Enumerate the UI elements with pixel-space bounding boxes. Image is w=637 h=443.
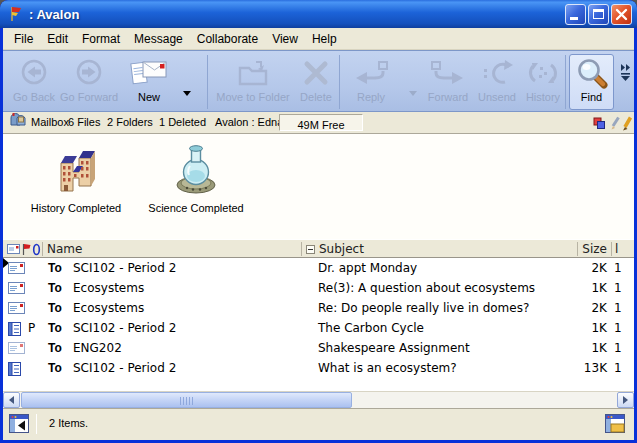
items-count: 2 Items. [49, 409, 88, 438]
message-row[interactable]: To Ecosystems Re(3): A question about ec… [3, 278, 634, 298]
go-forward-icon [73, 55, 105, 91]
find-icon [576, 55, 608, 91]
building-icon [50, 144, 102, 198]
mailbox-info-bar: Mailbox 6 Files 2 Folders 1 Deleted Aval… [3, 112, 634, 134]
message-row[interactable]: P To SCI102 - Period 2 The Carbon Cycle … [3, 318, 634, 338]
history-button[interactable]: History [521, 55, 565, 109]
scroll-right-button[interactable] [617, 392, 634, 408]
menu-bar: File Edit Format Message Collaborate Vie… [3, 28, 634, 50]
new-button[interactable]: New [121, 55, 177, 109]
subject-collapse-icon[interactable] [306, 245, 315, 254]
row-direction: To [48, 318, 62, 338]
row-direction: To [48, 278, 62, 298]
folders-count: 2 Folders [107, 112, 153, 133]
message-row[interactable]: To SCI102 - Period 2 Dr. appt Monday 2K … [3, 258, 634, 278]
reply-button[interactable]: Reply [345, 55, 397, 109]
row-subject: The Carbon Cycle [318, 318, 424, 338]
row-name: ENG202 [73, 338, 122, 358]
flask-icon [172, 144, 220, 198]
column-header-subject[interactable]: Subject [319, 241, 364, 258]
maximize-button[interactable] [588, 4, 609, 25]
row-size: 13K [551, 358, 607, 378]
flag-column-icon[interactable] [21, 243, 31, 256]
row-subject: Re(3): A question about ecosystems [318, 278, 535, 298]
row-direction: To [48, 358, 62, 378]
menu-item-edit[interactable]: Edit [40, 30, 75, 48]
row-date: 1 [614, 318, 622, 338]
titlebar[interactable]: : Avalon [0, 0, 637, 28]
column-header-date[interactable]: l [615, 241, 618, 258]
mailbox-icon [9, 112, 26, 134]
row-size: 1K [551, 318, 607, 338]
message-row[interactable]: To ENG202 Shakespeare Assignment 1K 1 [3, 338, 634, 358]
forward-icon [428, 55, 468, 91]
row-direction: To [48, 338, 62, 358]
delete-button[interactable]: Delete [293, 55, 339, 109]
move-to-folder-button[interactable]: Move to Folder [213, 55, 293, 109]
collapse-panel-icon[interactable] [9, 414, 29, 433]
menu-item-collaborate[interactable]: Collaborate [190, 30, 265, 48]
message-list-header: Name Subject Size l [3, 239, 634, 258]
row-subject: What is an ecosystem? [318, 358, 457, 378]
horizontal-scrollbar[interactable] [3, 391, 634, 408]
column-header-size[interactable]: Size [579, 241, 607, 258]
scroll-left-arrow-icon [9, 396, 14, 404]
scroll-left-button[interactable] [3, 392, 20, 408]
menu-item-format[interactable]: Format [75, 30, 127, 48]
desktop-item-label: History Completed [31, 202, 121, 214]
menu-item-help[interactable]: Help [305, 30, 344, 48]
row-date: 1 [614, 278, 622, 298]
row-date: 1 [614, 358, 622, 378]
row-flag: P [28, 318, 42, 338]
go-back-icon [18, 55, 50, 91]
document-icon [8, 322, 21, 336]
attachment-column-icon[interactable] [32, 243, 41, 256]
move-to-folder-icon [236, 55, 270, 91]
new-dropdown-arrow[interactable] [183, 91, 191, 96]
status-bar: 2 Items. [3, 408, 634, 438]
unsend-button[interactable]: Unsend [473, 55, 521, 109]
go-back-button[interactable]: Go Back [8, 55, 60, 109]
status-separator [36, 414, 37, 434]
row-date: 1 [614, 338, 622, 358]
folder-name: Mailbox [31, 112, 69, 133]
menu-item-file[interactable]: File [7, 30, 40, 48]
row-name: SCI102 - Period 2 [73, 318, 176, 338]
go-forward-button[interactable]: Go Forward [60, 55, 118, 109]
reply-icon [351, 55, 391, 91]
minimize-button[interactable] [565, 4, 586, 25]
desktop-item-science-completed[interactable]: Science Completed [134, 144, 258, 214]
menu-item-view[interactable]: View [265, 30, 305, 48]
scrollbar-thumb[interactable] [21, 392, 352, 408]
message-row[interactable]: To SCI102 - Period 2 What is an ecosyste… [3, 358, 634, 378]
chevron-expand-icon [620, 55, 632, 91]
row-direction: To [48, 298, 62, 318]
message-type-column-icon[interactable] [7, 244, 20, 254]
message-icon [8, 302, 25, 314]
message-icon [8, 342, 25, 354]
deleted-count: 1 Deleted [159, 112, 206, 133]
split-view-icon[interactable] [605, 414, 625, 433]
column-header-name[interactable]: Name [47, 241, 82, 258]
toolbar-overflow-chevron[interactable] [618, 55, 634, 109]
app-flag-icon [7, 5, 25, 23]
row-size: 2K [551, 258, 607, 278]
row-subject: Dr. appt Monday [318, 258, 417, 278]
unsend-icon [481, 55, 513, 91]
row-name: Ecosystems [73, 298, 144, 318]
desktop-item-label: Science Completed [148, 202, 243, 214]
row-subject: Re: Do people really live in domes? [318, 298, 529, 318]
new-message-icon [130, 55, 168, 91]
row-size: 1K [551, 338, 607, 358]
row-size: 1K [551, 278, 607, 298]
free-space-indicator: 49M Free [279, 114, 363, 131]
menu-item-message[interactable]: Message [127, 30, 190, 48]
reply-dropdown-arrow[interactable] [409, 91, 417, 96]
files-count: 6 Files [68, 112, 100, 133]
close-button[interactable] [611, 4, 632, 25]
desktop-item-history-completed[interactable]: History Completed [17, 144, 135, 214]
forward-button[interactable]: Forward [423, 55, 473, 109]
message-row[interactable]: To Ecosystems Re: Do people really live … [3, 298, 634, 318]
find-button[interactable]: Find [569, 54, 614, 110]
row-date: 1 [614, 258, 622, 278]
